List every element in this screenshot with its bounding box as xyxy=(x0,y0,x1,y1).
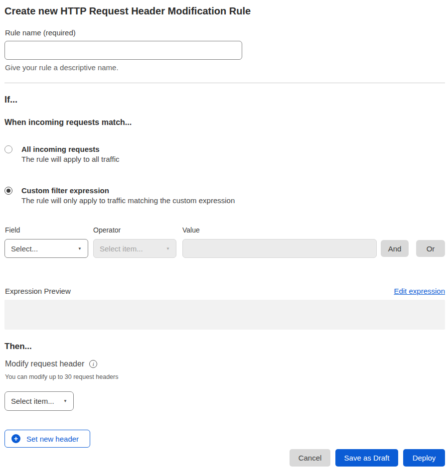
expression-builder-row: Select... ▼ Select item... ▼ And Or xyxy=(4,239,448,258)
set-new-header-label: Set new header xyxy=(26,435,79,443)
operator-label: Operator xyxy=(93,226,182,235)
radio-label: All incoming requests xyxy=(21,144,119,154)
or-button[interactable]: Or xyxy=(416,240,445,257)
field-select[interactable]: Select... ▼ xyxy=(4,239,88,258)
rule-name-label: Rule name (required) xyxy=(5,28,448,37)
modify-header-row: Modify request header i xyxy=(5,359,448,368)
radio-option-custom-filter[interactable]: Custom filter expression The rule will o… xyxy=(4,186,448,206)
plus-icon: + xyxy=(11,434,20,443)
rule-name-input[interactable] xyxy=(4,41,242,60)
radio-description: The rule will only apply to traffic matc… xyxy=(21,195,235,206)
header-item-select-value: Select item... xyxy=(11,397,54,405)
chevron-down-icon: ▼ xyxy=(78,246,82,251)
expression-builder-labels: Field Operator Value xyxy=(5,226,448,235)
then-heading: Then... xyxy=(4,342,448,352)
and-button[interactable]: And xyxy=(381,240,409,257)
radio-option-texts: All incoming requests The rule will appl… xyxy=(21,144,119,164)
page-title: Create new HTTP Request Header Modificat… xyxy=(4,5,448,17)
deploy-button[interactable]: Deploy xyxy=(403,449,445,467)
create-rule-page: Create new HTTP Request Header Modificat… xyxy=(0,0,448,467)
info-icon[interactable]: i xyxy=(89,360,97,368)
rule-name-help: Give your rule a descriptive name. xyxy=(5,63,448,72)
radio-unselected-icon[interactable] xyxy=(4,145,12,153)
expression-preview-box xyxy=(4,300,445,330)
radio-description: The rule will apply to all traffic xyxy=(21,154,119,164)
value-label: Value xyxy=(182,226,200,235)
footer-actions: Cancel Save as Draft Deploy xyxy=(0,449,445,467)
chevron-down-icon: ▼ xyxy=(166,246,170,251)
match-subheading: When incoming requests match... xyxy=(4,118,448,127)
expression-preview-label: Expression Preview xyxy=(5,287,71,295)
edit-expression-link[interactable]: Edit expression xyxy=(394,287,445,295)
field-select-value: Select... xyxy=(11,244,38,253)
section-divider xyxy=(4,83,445,83)
cancel-button[interactable]: Cancel xyxy=(290,449,330,467)
modify-header-help: You can modify up to 30 request headers xyxy=(5,373,448,381)
radio-option-texts: Custom filter expression The rule will o… xyxy=(21,186,235,206)
radio-label: Custom filter expression xyxy=(21,186,235,195)
chevron-down-icon: ▼ xyxy=(63,399,67,403)
save-as-draft-button[interactable]: Save as Draft xyxy=(335,449,398,467)
set-new-header-button[interactable]: + Set new header xyxy=(4,430,90,448)
radio-option-all-incoming[interactable]: All incoming requests The rule will appl… xyxy=(4,144,448,164)
operator-select-value: Select item... xyxy=(100,244,143,253)
modify-header-label: Modify request header xyxy=(5,359,84,368)
header-item-select[interactable]: Select item... ▼ xyxy=(4,391,74,411)
operator-select[interactable]: Select item... ▼ xyxy=(93,239,176,258)
if-heading: If... xyxy=(4,95,448,105)
radio-selected-icon[interactable] xyxy=(4,187,12,195)
field-label: Field xyxy=(5,226,93,235)
value-input[interactable] xyxy=(182,239,377,258)
expression-preview-header: Expression Preview Edit expression xyxy=(5,287,445,295)
